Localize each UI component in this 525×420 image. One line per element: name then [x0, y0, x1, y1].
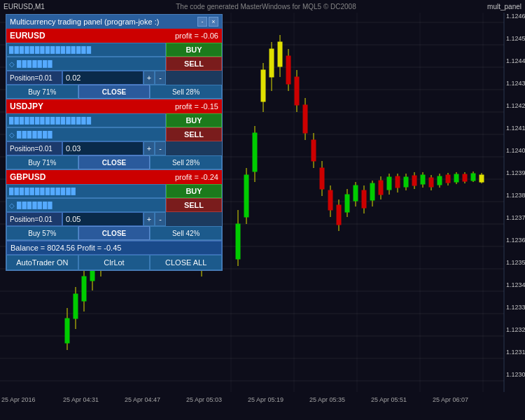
svg-text:1.12390: 1.12390: [506, 169, 525, 176]
gbpusd-buy-bar: █████████████: [6, 184, 166, 198]
svg-rect-89: [82, 276, 86, 301]
svg-text:25 Apr 05:51: 25 Apr 05:51: [371, 396, 407, 403]
usdjpy-sell-dots: ███████: [17, 131, 53, 138]
usdjpy-sell-button[interactable]: SELL: [166, 127, 222, 141]
gbpusd-diamond-icon: ◇: [9, 202, 15, 209]
gbpusd-buy-pct-button[interactable]: Buy 57%: [6, 226, 78, 240]
svg-rect-51: [345, 195, 349, 212]
gbpusd-profit: profit = -0.24: [175, 173, 218, 181]
svg-rect-77: [454, 174, 458, 182]
svg-rect-71: [429, 178, 433, 187]
svg-text:25 Apr 04:31: 25 Apr 04:31: [63, 396, 99, 403]
gbpusd-bcs-row: Buy 57% CLOSE Sell 42%: [6, 226, 222, 240]
close-all-button[interactable]: CLOSE ALL: [150, 255, 222, 270]
svg-text:1.12430: 1.12430: [506, 80, 525, 87]
eurusd-lot-minus-button[interactable]: -: [155, 71, 166, 85]
eurusd-diamond-icon: ◇: [9, 60, 15, 68]
corner-label: mult_panel: [487, 3, 522, 10]
svg-rect-29: [253, 133, 257, 172]
gbpusd-position-row: Position=0.01 0.05 + -: [6, 212, 222, 226]
svg-text:1.12380: 1.12380: [506, 192, 525, 199]
panel-title: Multicurrency trading panel (program-jok…: [10, 18, 159, 26]
svg-text:25 Apr 05:35: 25 Apr 05:35: [309, 396, 345, 403]
eurusd-sell-dots: ███████: [17, 60, 53, 67]
trading-panel: Multicurrency trading panel (program-jok…: [6, 14, 223, 271]
svg-text:1.12420: 1.12420: [506, 102, 525, 109]
svg-text:1.12460: 1.12460: [506, 13, 525, 20]
svg-rect-39: [295, 77, 299, 105]
usdjpy-buy-button[interactable]: BUY: [166, 113, 222, 127]
eurusd-position-row: Position=0.01 0.02 + -: [6, 71, 222, 85]
eurusd-buy-bar: ████████████████: [6, 43, 166, 57]
eurusd-buy-row: ████████████████ BUY: [6, 43, 222, 57]
balance-text: Balance = 8024.56 Profit = -0.45: [10, 244, 121, 252]
gbpusd-header: GBPUSD profit = -0.24: [6, 170, 222, 184]
svg-rect-49: [337, 205, 341, 225]
usdjpy-diamond-icon: ◇: [9, 131, 15, 139]
usdjpy-close-button[interactable]: CLOSE: [78, 155, 150, 169]
svg-rect-45: [320, 168, 324, 189]
panel-close-button[interactable]: ×: [209, 17, 218, 27]
usdjpy-bcs-row: Buy 71% CLOSE Sell 28%: [6, 155, 222, 169]
panel-buttons: - ×: [197, 17, 218, 27]
svg-text:25 Apr 06:07: 25 Apr 06:07: [433, 396, 468, 403]
gbpusd-sell-dots: ███████: [17, 202, 53, 209]
clrlot-button[interactable]: ClrLot: [78, 255, 150, 270]
balance-bar: Balance = 8024.56 Profit = -0.45: [6, 241, 222, 255]
usdjpy-buy-pct-button[interactable]: Buy 71%: [6, 155, 78, 169]
svg-rect-57: [370, 183, 374, 200]
usdjpy-lot-plus-button[interactable]: +: [144, 141, 155, 155]
eurusd-lot-plus-button[interactable]: +: [144, 71, 155, 85]
gbpusd-sell-button[interactable]: SELL: [166, 198, 222, 212]
instrument-eurusd: EURUSD profit = -0.06 ████████████████ B…: [6, 29, 222, 99]
gbpusd-sell-pct-button[interactable]: Sell 42%: [150, 226, 222, 240]
svg-rect-61: [387, 177, 391, 190]
usdjpy-sell-bar: ◇ ███████: [6, 127, 166, 141]
eurusd-lot-input[interactable]: 0.02: [62, 71, 144, 85]
svg-rect-31: [261, 70, 265, 102]
eurusd-sell-bar: ◇ ███████: [6, 57, 166, 71]
usdjpy-header: USDJPY profit = -0.15: [6, 99, 222, 113]
usdjpy-buy-dots: ████████████████: [9, 117, 92, 124]
svg-text:25 Apr 2016: 25 Apr 2016: [1, 396, 36, 403]
eurusd-name: EURUSD: [10, 31, 46, 41]
svg-rect-43: [312, 140, 316, 161]
svg-rect-41: [303, 105, 307, 133]
eurusd-sell-row: ◇ ███████ SELL: [6, 57, 222, 71]
usdjpy-profit: profit = -0.15: [175, 102, 218, 111]
svg-text:1.12370: 1.12370: [506, 214, 525, 221]
eurusd-close-button[interactable]: CLOSE: [78, 85, 150, 99]
usdjpy-sell-pct-button[interactable]: Sell 28%: [150, 155, 222, 169]
gbpusd-name: GBPUSD: [10, 172, 46, 182]
usdjpy-sell-row: ◇ ███████ SELL: [6, 127, 222, 141]
chart-watermark: The code generated MasterWindows for MQL…: [176, 3, 356, 10]
eurusd-header: EURUSD profit = -0.06: [6, 29, 222, 43]
svg-text:1.12310: 1.12310: [506, 349, 525, 356]
usdjpy-name: USDJPY: [10, 102, 43, 111]
gbpusd-lot-minus-button[interactable]: -: [155, 212, 166, 226]
autotrader-button[interactable]: AutoTrader ON: [6, 255, 78, 270]
svg-rect-67: [412, 176, 416, 186]
eurusd-sell-pct-button[interactable]: Sell 28%: [150, 85, 222, 99]
usdjpy-lot-minus-button[interactable]: -: [155, 141, 166, 155]
gbpusd-lot-input[interactable]: 0.05: [62, 212, 144, 226]
panel-minimize-button[interactable]: -: [197, 17, 207, 27]
eurusd-sell-button[interactable]: SELL: [166, 57, 222, 71]
eurusd-bcs-row: Buy 71% CLOSE Sell 28%: [6, 85, 222, 99]
svg-text:1.12400: 1.12400: [506, 147, 525, 154]
svg-text:1.12360: 1.12360: [506, 237, 525, 244]
svg-rect-83: [479, 175, 484, 182]
eurusd-position-label: Position=0.01: [6, 71, 62, 85]
svg-rect-55: [362, 190, 366, 208]
svg-rect-53: [354, 186, 358, 201]
top-bar: EURUSD,M1 The code generated MasterWindo…: [0, 0, 525, 13]
usdjpy-lot-input[interactable]: 0.03: [62, 141, 144, 155]
eurusd-buy-pct-button[interactable]: Buy 71%: [6, 85, 78, 99]
eurusd-buy-button[interactable]: BUY: [166, 43, 222, 57]
svg-rect-85: [65, 318, 69, 343]
gbpusd-close-button[interactable]: CLOSE: [78, 226, 150, 240]
gbpusd-lot-plus-button[interactable]: +: [144, 212, 155, 226]
svg-rect-69: [421, 175, 425, 184]
gbpusd-buy-button[interactable]: BUY: [166, 184, 222, 198]
svg-rect-79: [463, 174, 467, 181]
